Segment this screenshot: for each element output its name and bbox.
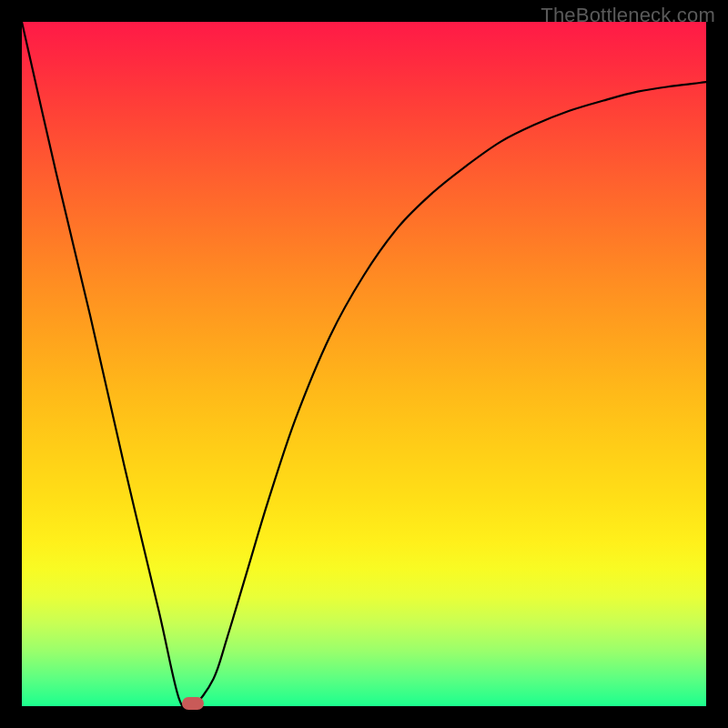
watermark-text: TheBottleneck.com (541, 4, 715, 27)
curve-layer (22, 22, 706, 706)
optimal-point-marker (182, 697, 204, 710)
bottleneck-curve (22, 22, 706, 710)
chart-frame: TheBottleneck.com (0, 0, 728, 728)
plot-area (22, 22, 706, 706)
